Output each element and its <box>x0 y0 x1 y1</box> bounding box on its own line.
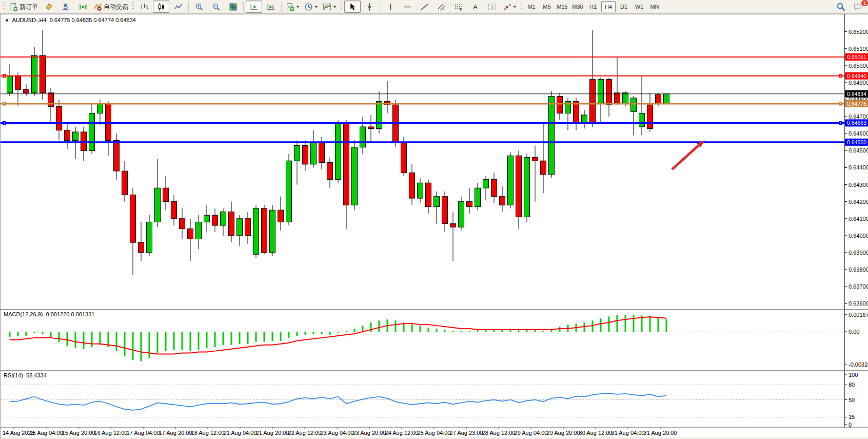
equidistant-channel-button[interactable]: E <box>433 1 449 13</box>
signals-button[interactable] <box>74 1 91 13</box>
arrow-objects-icon <box>503 3 511 11</box>
text-label-button[interactable]: T <box>484 1 500 13</box>
crosshair-button[interactable] <box>361 1 378 13</box>
svg-text:27 Aug 23:00: 27 Aug 23:00 <box>450 430 483 436</box>
timeframe-H1[interactable]: H1 <box>586 1 600 12</box>
zoom-out-icon <box>212 3 221 11</box>
svg-text:22 Aug 12:00: 22 Aug 12:00 <box>288 430 322 436</box>
timeframe-M30[interactable]: M30 <box>570 1 585 12</box>
text-button[interactable]: A <box>467 1 483 13</box>
svg-text:29 Aug 20:00: 29 Aug 20:00 <box>547 430 580 436</box>
vertical-line-button[interactable] <box>382 1 399 13</box>
macd-name: MACD(12,26,9) <box>4 311 43 317</box>
svg-text:0.64550: 0.64550 <box>847 139 866 145</box>
bar-chart-button[interactable] <box>136 1 152 13</box>
toolbar-drag-handle[interactable] <box>132 2 134 11</box>
line-chart-button[interactable] <box>170 1 186 13</box>
svg-text:0.64663: 0.64663 <box>847 120 866 126</box>
svg-text:25 Aug 04:00: 25 Aug 04:00 <box>418 430 451 436</box>
auto-scroll-icon <box>250 3 259 11</box>
svg-text:21 Aug 04:00: 21 Aug 04:00 <box>224 430 257 436</box>
svg-text:0.63900: 0.63900 <box>849 250 868 256</box>
svg-text:17 Aug 04:00: 17 Aug 04:00 <box>127 430 160 436</box>
svg-text:0.64300: 0.64300 <box>849 182 868 188</box>
templates-button[interactable] <box>321 1 339 13</box>
cursor-button[interactable] <box>344 1 361 13</box>
chart-collapse-caret[interactable]: ▼ <box>5 18 9 23</box>
chevron-down-icon <box>296 6 300 8</box>
auto-scroll-button[interactable] <box>246 1 262 13</box>
new-order-button[interactable]: 新订单 <box>7 1 40 13</box>
svg-text:F: F <box>460 7 462 11</box>
zoom-in-button[interactable] <box>191 1 207 13</box>
gold-chisel-icon <box>45 3 53 11</box>
arrows-objects-button[interactable] <box>501 1 519 13</box>
template-chart-icon <box>323 3 331 11</box>
toolbar-drag-handle[interactable] <box>521 2 522 11</box>
metatrader-window: 新订单 自动交易 <box>0 0 868 439</box>
toolbar-drag-handle[interactable] <box>341 2 342 11</box>
tile-windows-button[interactable] <box>225 1 241 13</box>
profile-person-icon <box>62 3 70 11</box>
rsi-indicator-label: RSI(14) 58.4334 <box>4 372 47 378</box>
trendline-icon <box>420 3 429 11</box>
svg-text:0.64900: 0.64900 <box>849 80 868 86</box>
price-axis[interactable]: 0.652000.651000.650000.649000.648000.647… <box>844 29 868 307</box>
svg-text:31 Aug 20:00: 31 Aug 20:00 <box>644 430 677 436</box>
toolbar-drag-handle[interactable] <box>4 2 5 11</box>
date-axis[interactable]: 14 Aug 202315 Aug 04:0015 Aug 20:0016 Au… <box>3 427 677 436</box>
zoom-out-button[interactable] <box>208 1 224 13</box>
notification-badge: 1 <box>861 0 868 7</box>
autotrading-label: 自动交易 <box>104 3 128 11</box>
timeframe-D1[interactable]: D1 <box>617 1 631 12</box>
bar-chart-icon <box>140 3 149 11</box>
svg-text:E: E <box>443 7 445 11</box>
horizontal-lines[interactable]: 0.650510.649400.648340.647760.646630.645… <box>1 53 868 146</box>
rsi-panel: 1008050150 <box>1 372 858 428</box>
svg-text:18 Aug 12:00: 18 Aug 12:00 <box>191 430 225 436</box>
trendline-button[interactable] <box>416 1 432 13</box>
svg-text:0.64600: 0.64600 <box>849 130 868 137</box>
chart-ohlc-values: 0.64775 0.64835 0.64774 0.64834 <box>50 17 136 23</box>
chart-window[interactable]: 0.652000.651000.650000.649000.648000.647… <box>0 14 868 439</box>
crosshair-icon <box>365 3 374 11</box>
main-toolbar: 新订单 自动交易 <box>0 0 868 14</box>
fibonacci-button[interactable]: F <box>450 1 466 13</box>
clock-icon <box>304 3 313 11</box>
chevron-down-icon <box>513 6 517 8</box>
svg-text:21 Aug 20:00: 21 Aug 20:00 <box>256 430 289 436</box>
timeframe-MN[interactable]: MN <box>647 1 662 12</box>
autotrading-button[interactable]: 自动交易 <box>91 1 130 13</box>
timeframe-M15[interactable]: M15 <box>555 1 569 12</box>
svg-text:15 Aug 04:00: 15 Aug 04:00 <box>30 430 63 436</box>
candlestick-chart-button[interactable] <box>153 1 169 13</box>
chart-shift-button[interactable] <box>263 1 279 13</box>
chart-properties-button[interactable] <box>41 1 57 13</box>
trend-arrow[interactable] <box>672 140 705 169</box>
svg-text:24 Aug 12:00: 24 Aug 12:00 <box>385 430 419 436</box>
chart-title: ▼ AUDUSD-,H4 0.64775 0.64835 0.64774 0.6… <box>5 17 136 23</box>
profile-button[interactable] <box>57 1 74 13</box>
svg-text:0: 0 <box>849 422 852 428</box>
svg-text:0.64700: 0.64700 <box>849 113 868 120</box>
svg-text:30 Aug 12:00: 30 Aug 12:00 <box>579 430 613 436</box>
svg-text:0.64400: 0.64400 <box>849 164 868 170</box>
svg-text:0.64500: 0.64500 <box>849 147 868 154</box>
svg-text:17 Aug 20:00: 17 Aug 20:00 <box>159 430 192 436</box>
periods-button[interactable] <box>302 1 320 13</box>
svg-text:0.64940: 0.64940 <box>847 73 866 79</box>
indicators-button[interactable] <box>284 1 302 13</box>
horizontal-line-button[interactable] <box>399 1 416 13</box>
search-button[interactable] <box>833 1 849 13</box>
notifications-button[interactable]: 1 <box>850 1 866 13</box>
timeframe-W1[interactable]: W1 <box>632 1 646 12</box>
candlestick-chart-icon <box>157 3 166 11</box>
timeframe-M1[interactable]: M1 <box>524 1 539 12</box>
svg-text:-0.003249: -0.003249 <box>849 361 868 368</box>
timeframe-M5[interactable]: M5 <box>540 1 554 12</box>
chart-canvas[interactable]: 0.652000.651000.650000.649000.648000.647… <box>1 14 868 439</box>
svg-text:0.64834: 0.64834 <box>847 91 866 97</box>
timeframe-H4[interactable]: H4 <box>601 1 616 12</box>
signal-broadcast-icon <box>78 3 87 11</box>
new-order-icon <box>9 3 18 11</box>
